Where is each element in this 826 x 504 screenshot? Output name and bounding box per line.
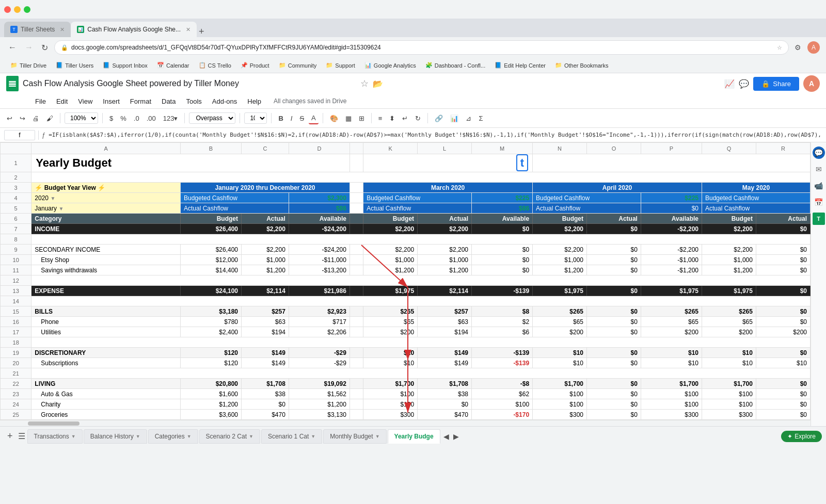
share-button[interactable]: 🔒 Share bbox=[753, 77, 799, 91]
tab-tiller-sheets[interactable]: T Tiller Sheets ✕ bbox=[4, 22, 71, 37]
fill-color-button[interactable]: 🎨 bbox=[327, 113, 341, 124]
menu-addons[interactable]: Add-ons bbox=[208, 96, 241, 106]
print-button[interactable]: 🖨 bbox=[30, 113, 42, 124]
star-file-icon[interactable]: ☆ bbox=[360, 78, 369, 89]
grid-scroll-area[interactable]: A B C D K L M N O P Q R bbox=[0, 142, 811, 420]
scenario2-tab-arrow[interactable]: ▼ bbox=[249, 434, 253, 439]
bookmark-support-inbox[interactable]: 📘 Support Inbox bbox=[99, 61, 152, 70]
year-2020-cell[interactable]: 2020 ▼ bbox=[31, 193, 181, 203]
valign-button[interactable]: ⬍ bbox=[387, 113, 398, 124]
categories-tab-arrow[interactable]: ▼ bbox=[187, 434, 192, 439]
tab-cashflow-close[interactable]: ✕ bbox=[186, 26, 190, 33]
zoom-selector[interactable]: 100% bbox=[65, 112, 98, 124]
forward-button[interactable]: → bbox=[23, 42, 35, 53]
yearly-budget-title[interactable]: Yearly Budget bbox=[31, 154, 350, 172]
col-header-o[interactable]: O bbox=[587, 143, 641, 154]
etsy-shop-label[interactable]: Etsy Shop bbox=[31, 255, 181, 265]
menu-tools[interactable]: Tools bbox=[182, 96, 205, 106]
currency-button[interactable]: $ bbox=[107, 113, 116, 124]
month-january-cell[interactable]: January ▼ bbox=[31, 203, 181, 214]
discretionary-label[interactable]: DISCRETIONARY bbox=[31, 348, 181, 358]
transactions-tab-arrow[interactable]: ▼ bbox=[71, 434, 76, 439]
filter-button[interactable]: ⊿ bbox=[463, 113, 474, 124]
chat-sidebar-button[interactable]: ✉ bbox=[813, 163, 825, 175]
subscriptions-label[interactable]: Subscriptions bbox=[31, 358, 181, 368]
tab-cashflow[interactable]: 📊 Cash Flow Analysis Google She... ✕ bbox=[71, 22, 197, 37]
bills-label[interactable]: BILLS bbox=[31, 306, 181, 317]
paint-format-button[interactable]: 🖌 bbox=[44, 113, 56, 124]
col-header-d[interactable]: D bbox=[289, 143, 350, 154]
col-header-k[interactable]: K bbox=[363, 143, 418, 154]
col-header-l[interactable]: L bbox=[418, 143, 472, 154]
address-bar[interactable]: 🔒 docs.google.com/spreadsheets/d/1_GFQqV… bbox=[54, 40, 789, 55]
back-button[interactable]: ← bbox=[6, 42, 19, 53]
refresh-button[interactable]: ↻ bbox=[39, 42, 50, 54]
close-window-button[interactable] bbox=[4, 6, 11, 13]
tab-tiller-close[interactable]: ✕ bbox=[60, 26, 65, 33]
bookmark-tiller-users[interactable]: 📘 Tiller Users bbox=[52, 61, 98, 70]
col-header-a[interactable]: A bbox=[31, 143, 181, 154]
bold-button[interactable]: B bbox=[276, 113, 285, 124]
bookmark-google-analytics[interactable]: 📊 Google Analytics bbox=[360, 61, 420, 70]
bookmark-support[interactable]: 📁 Support bbox=[322, 61, 359, 70]
more-formats-button[interactable]: 123▾ bbox=[161, 113, 181, 124]
col-header-p[interactable]: P bbox=[641, 143, 702, 154]
sheet-tab-scenario2[interactable]: Scenario 2 Cat ▼ bbox=[199, 429, 260, 444]
month-dropdown-arrow[interactable]: ▼ bbox=[58, 206, 63, 212]
trends-icon-button[interactable]: 📈 bbox=[724, 79, 735, 89]
menu-insert[interactable]: Insert bbox=[99, 96, 124, 106]
explore-button[interactable]: ✦ Explore bbox=[781, 431, 822, 442]
col-header-c[interactable]: C bbox=[242, 143, 289, 154]
sheet-tab-yearly-budget[interactable]: Yearly Budge bbox=[388, 429, 440, 444]
horizontal-scrollbar[interactable] bbox=[0, 420, 811, 426]
menu-help[interactable]: Help bbox=[243, 96, 265, 106]
scenario1-tab-arrow[interactable]: ▼ bbox=[311, 434, 315, 439]
bookmark-cs-trello[interactable]: 📋 CS Trello bbox=[195, 61, 235, 70]
comments-sidebar-button[interactable]: 💬 bbox=[813, 147, 825, 159]
new-tab-button[interactable]: + bbox=[199, 26, 204, 37]
decimal-button[interactable]: .0 bbox=[131, 113, 142, 124]
col-header-q[interactable]: Q bbox=[702, 143, 756, 154]
redo-button[interactable]: ↪ bbox=[17, 113, 28, 124]
phone-label[interactable]: Phone bbox=[31, 317, 181, 327]
tab-scroll-left[interactable]: ◀ bbox=[441, 432, 451, 441]
text-color-button[interactable]: A bbox=[309, 112, 319, 124]
decimal-add-button[interactable]: .00 bbox=[144, 113, 158, 124]
secondary-income-label[interactable]: SECONDARY INCOME bbox=[31, 245, 181, 255]
chart-button[interactable]: 📊 bbox=[448, 113, 461, 124]
sheet-tab-transactions[interactable]: Transactions ▼ bbox=[27, 429, 83, 444]
income-label[interactable]: INCOME bbox=[31, 224, 181, 234]
bookmark-edit-help[interactable]: 📘 Edit Help Center bbox=[490, 61, 550, 70]
tiller-sidebar-button[interactable]: T bbox=[813, 213, 825, 225]
auto-gas-label[interactable]: Auto & Gas bbox=[31, 389, 181, 399]
undo-button[interactable]: ↩ bbox=[4, 113, 15, 124]
extensions-icon[interactable]: ⚙ bbox=[793, 43, 802, 52]
menu-edit[interactable]: Edit bbox=[52, 96, 72, 106]
minimize-window-button[interactable] bbox=[14, 6, 21, 13]
menu-format[interactable]: Format bbox=[126, 96, 155, 106]
comments-icon-button[interactable]: 💬 bbox=[739, 79, 749, 89]
scrollbar-thumb[interactable] bbox=[28, 421, 80, 426]
percent-button[interactable]: % bbox=[118, 113, 129, 124]
sheet-tab-balance-history[interactable]: Balance History ▼ bbox=[84, 429, 147, 444]
bookmark-other[interactable]: 📁 Other Bookmarks bbox=[551, 61, 613, 70]
cell-reference-input[interactable] bbox=[4, 130, 35, 140]
utilities-label[interactable]: Utilities bbox=[31, 327, 181, 337]
monthly-budget-tab-arrow[interactable]: ▼ bbox=[375, 434, 380, 439]
menu-data[interactable]: Data bbox=[157, 96, 180, 106]
italic-button[interactable]: I bbox=[288, 113, 295, 124]
savings-label[interactable]: Savings withdrawals bbox=[31, 265, 181, 275]
sheet-tab-monthly-budget[interactable]: Monthly Budget ▼ bbox=[323, 429, 386, 444]
sheet-tab-scenario1[interactable]: Scenario 1 Cat ▼ bbox=[261, 429, 322, 444]
menu-view[interactable]: View bbox=[74, 96, 97, 106]
function-button[interactable]: Σ bbox=[476, 113, 485, 124]
move-to-folder-icon[interactable]: 📂 bbox=[373, 79, 383, 89]
tab-scroll-right[interactable]: ▶ bbox=[451, 432, 461, 441]
sheet-tab-categories[interactable]: Categories ▼ bbox=[148, 429, 198, 444]
maximize-window-button[interactable] bbox=[24, 6, 30, 13]
merge-button[interactable]: ⊞ bbox=[356, 113, 367, 124]
rotate-button[interactable]: ↻ bbox=[412, 113, 423, 124]
col-header-b[interactable]: B bbox=[180, 143, 241, 154]
link-button[interactable]: 🔗 bbox=[432, 113, 446, 124]
budget-year-view-cell[interactable]: ⚡ Budget Year View ⚡ bbox=[31, 183, 181, 193]
